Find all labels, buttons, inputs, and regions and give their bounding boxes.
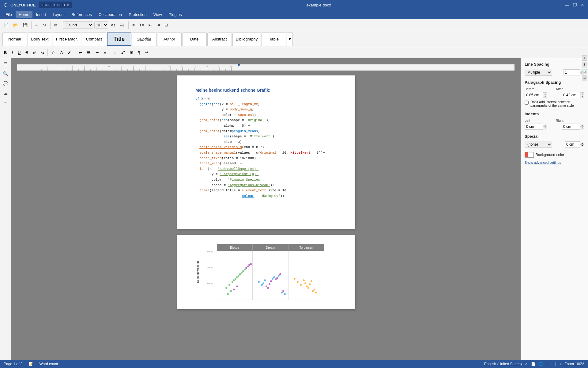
style-btn-first-paragr.[interactable]: First Paragr. xyxy=(53,33,81,46)
new-doc-button[interactable]: 📄 xyxy=(2,21,10,29)
left-indent-down[interactable]: ▼ xyxy=(543,127,547,129)
font-shrink-button[interactable]: A↓ xyxy=(118,21,126,29)
sidebar-track-icon[interactable]: ☁ xyxy=(2,90,9,97)
menu-item-plugins[interactable]: Plugins xyxy=(166,11,185,18)
style-btn-normal[interactable]: Normal xyxy=(2,33,27,46)
right-indent-up[interactable]: ▲ xyxy=(580,124,584,127)
show-advanced-link[interactable]: Show advanced settings xyxy=(525,161,561,164)
align-center-button[interactable]: ☰ xyxy=(85,49,93,56)
style-btn-subtitle[interactable]: Subtitle xyxy=(132,33,156,46)
after-down[interactable]: ▼ xyxy=(580,95,584,98)
style-btn-bibliography[interactable]: Bibliography xyxy=(232,33,261,46)
menu-item-protection[interactable]: Protection xyxy=(126,11,150,18)
menu-item-insert[interactable]: Insert xyxy=(33,11,49,18)
left-indent-up[interactable]: ▲ xyxy=(543,124,547,127)
borders-button[interactable]: ⊞ xyxy=(128,49,135,56)
style-btn-abstract[interactable]: Abstract xyxy=(207,33,232,46)
zoom-out-button[interactable]: − xyxy=(546,362,548,366)
zoom-in-button[interactable]: + xyxy=(559,362,561,366)
maximize-button[interactable]: ❐ xyxy=(573,2,577,7)
doc-area[interactable]: 1 2 3 4 5 6 7 8 9 xyxy=(11,58,521,360)
svg-point-71 xyxy=(262,282,264,284)
font-size-select[interactable]: 18 11 12 14 16 xyxy=(94,21,108,29)
italic-button[interactable]: I xyxy=(9,49,15,56)
pilcrow-button[interactable]: ¶ xyxy=(136,49,142,56)
special-up[interactable]: ▲ xyxy=(580,142,584,144)
right-indent-down[interactable]: ▼ xyxy=(580,127,584,129)
list-num-button[interactable]: 1≡ xyxy=(138,21,146,29)
special-select[interactable]: (none) First line Hanging xyxy=(525,141,552,148)
style-btn-title[interactable]: Title xyxy=(107,33,131,46)
menu-item-home[interactable]: Home xyxy=(16,11,32,18)
line-spacing-button[interactable]: ↕ xyxy=(112,49,118,56)
after-up[interactable]: ▲ xyxy=(580,92,584,95)
redo-button[interactable]: ↪ xyxy=(41,21,48,29)
nonprint-button[interactable]: ↵ xyxy=(143,49,151,56)
menu-item-view[interactable]: View xyxy=(150,11,165,18)
sidebar-comments-icon[interactable]: 💬 xyxy=(2,80,9,87)
left-indent-input: ▲ ▼ xyxy=(525,124,547,130)
copy-button[interactable]: ⧉ xyxy=(52,21,59,29)
superscript-button[interactable]: x² xyxy=(31,50,38,56)
right-indent-value[interactable] xyxy=(562,124,580,130)
multilevel-list-button[interactable]: ⊞ xyxy=(163,21,170,29)
decrease-indent-button[interactable]: ⇤ xyxy=(147,21,154,29)
increase-indent-button[interactable]: ⇥ xyxy=(155,21,162,29)
menu-item-collaboration[interactable]: Collaboration xyxy=(96,11,125,18)
line-spacing-number[interactable] xyxy=(563,69,580,75)
highlight-button[interactable]: 🖊 xyxy=(49,49,58,56)
underline-button[interactable]: U xyxy=(16,49,23,56)
word-count-label[interactable]: Word count xyxy=(39,362,58,366)
panel-icon-2[interactable]: ¶ xyxy=(582,62,587,67)
align-right-button[interactable]: ➡ xyxy=(93,49,101,56)
save-button[interactable]: 💾 xyxy=(21,21,29,29)
before-up[interactable]: ▲ xyxy=(543,92,547,95)
align-left-button[interactable]: ⬅ xyxy=(77,49,84,56)
undo-button[interactable]: ↩ xyxy=(33,21,40,29)
close-button[interactable]: ✕ xyxy=(581,2,584,7)
sidebar-plugins-icon[interactable]: ≡ xyxy=(3,99,8,107)
line-spacing-select[interactable]: Multiple Single 1.5 lines Double xyxy=(525,69,552,76)
separator2 xyxy=(50,21,51,29)
subscript-button[interactable]: x₂ xyxy=(39,50,46,56)
layout-web-icon[interactable]: 🌐 xyxy=(539,362,543,366)
style-btn-body-text[interactable]: Body Text xyxy=(28,33,52,46)
bold-button[interactable]: B xyxy=(2,49,9,56)
justify-button[interactable]: ≡ xyxy=(102,49,108,56)
open-button[interactable]: 📂 xyxy=(11,21,20,29)
dont-add-checkbox[interactable] xyxy=(525,101,529,105)
font-grow-button[interactable]: A↑ xyxy=(109,21,117,29)
style-btn-author[interactable]: Author xyxy=(157,33,182,46)
sidebar-nav-icon[interactable]: ☰ xyxy=(2,60,9,67)
document-tab[interactable]: example.docx × xyxy=(39,2,73,8)
language-label[interactable]: English (United States) xyxy=(484,362,522,366)
list-bullet-button[interactable]: ≡ xyxy=(130,21,137,29)
before-value[interactable] xyxy=(525,92,543,98)
style-btn-compact[interactable]: Compact xyxy=(82,33,106,46)
menu-item-references[interactable]: References xyxy=(68,11,95,18)
panel-icon-1[interactable]: T xyxy=(582,58,587,61)
minimize-button[interactable]: — xyxy=(565,2,569,7)
style-btn-date[interactable]: Date xyxy=(182,33,207,46)
styles-more-button[interactable]: ▼ xyxy=(287,33,293,46)
bg-color-swatch[interactable] xyxy=(525,152,534,158)
panel-icon-3[interactable]: 📊 xyxy=(582,69,587,74)
sidebar-search-icon[interactable]: 🔍 xyxy=(2,70,9,77)
toolbar1: 📄 📂 💾 ↩ ↪ ⧉ Calibri 18 11 12 14 16 A↑ A↓… xyxy=(0,19,588,31)
layout-normal-icon[interactable]: 📄 xyxy=(531,362,536,366)
panel-icon-4[interactable]: ↵ xyxy=(582,75,587,81)
after-value[interactable] xyxy=(562,92,580,98)
tab-close-icon[interactable]: × xyxy=(67,3,69,7)
special-size-value[interactable] xyxy=(565,141,580,148)
menu-item-layout[interactable]: Layout xyxy=(50,11,68,18)
font-family-select[interactable]: Calibri xyxy=(63,21,93,29)
special-down[interactable]: ▼ xyxy=(580,144,584,147)
before-down[interactable]: ▼ xyxy=(543,95,547,98)
clear-format-button[interactable]: ✗ xyxy=(66,49,73,56)
menu-item-file[interactable]: File xyxy=(2,11,15,18)
style-btn-table[interactable]: Table xyxy=(262,33,286,46)
strikethrough-button[interactable]: S xyxy=(23,49,30,56)
font-color-button[interactable]: A xyxy=(58,49,65,56)
shading-button[interactable]: 🖌 xyxy=(119,49,127,56)
left-indent-value[interactable] xyxy=(525,124,543,130)
